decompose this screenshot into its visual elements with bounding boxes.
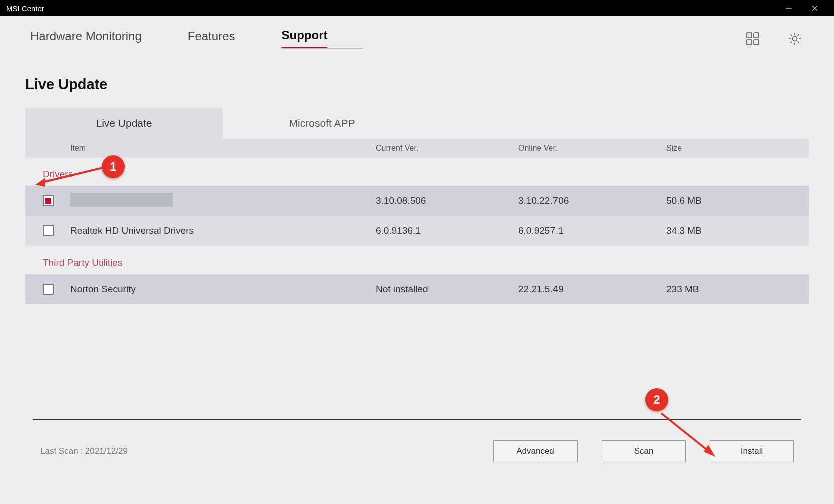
tab-support[interactable]: Support <box>281 28 327 49</box>
row1-current: 6.0.9136.1 <box>376 225 518 236</box>
subtab-microsoft-app[interactable]: Microsoft APP <box>223 108 421 139</box>
col-current: Current Ver. <box>376 144 518 153</box>
content-area: Live Update Microsoft APP Item Current V… <box>0 108 834 462</box>
table-header: Item Current Ver. Online Ver. Size <box>25 139 809 158</box>
col-size: Size <box>666 144 809 153</box>
svg-rect-6 <box>754 40 759 45</box>
svg-rect-5 <box>747 40 752 45</box>
row0-name <box>70 193 376 209</box>
page-title: Live Update <box>0 54 834 108</box>
row1-online: 6.0.9257.1 <box>518 225 666 236</box>
svg-rect-4 <box>754 33 759 38</box>
checkbox-row0[interactable] <box>43 195 54 206</box>
row2-name: Norton Security <box>70 284 376 295</box>
row1-size: 34.3 MB <box>666 225 809 236</box>
svg-point-7 <box>793 36 797 41</box>
top-nav: Hardware Monitoring Features Support <box>0 16 834 54</box>
row1-name: Realtek HD Universal Drivers <box>70 225 376 236</box>
col-item: Item <box>25 144 376 153</box>
row2-online: 22.21.5.49 <box>518 284 666 295</box>
svg-marker-11 <box>704 445 715 457</box>
annotation-arrow-2 <box>656 411 726 466</box>
table-row: 3.10.08.506 3.10.22.706 50.6 MB <box>25 186 809 216</box>
svg-line-10 <box>661 413 711 453</box>
annotation-callout-2: 2 <box>645 388 668 411</box>
row0-current: 3.10.08.506 <box>376 195 518 206</box>
last-scan-label: Last Scan : 2021/12/29 <box>40 446 128 456</box>
window-minimize-button[interactable] <box>776 0 802 16</box>
col-online: Online Ver. <box>518 144 666 153</box>
section-drivers: Drivers <box>25 158 809 186</box>
advanced-button[interactable]: Advanced <box>493 440 578 462</box>
gear-icon[interactable] <box>786 30 804 48</box>
section-third-party: Third Party Utilities <box>25 246 809 274</box>
grid-icon[interactable] <box>744 30 762 48</box>
window-titlebar: MSI Center <box>0 0 834 16</box>
checkbox-row1[interactable] <box>43 225 54 236</box>
tab-hardware-monitoring[interactable]: Hardware Monitoring <box>30 29 142 48</box>
row2-size: 233 MB <box>666 284 809 295</box>
window-close-button[interactable] <box>802 0 828 16</box>
row0-online: 3.10.22.706 <box>518 195 666 206</box>
svg-line-8 <box>40 168 103 183</box>
subtab-live-update[interactable]: Live Update <box>25 108 223 139</box>
table-row: Norton Security Not installed 22.21.5.49… <box>25 274 809 304</box>
row0-size: 50.6 MB <box>666 195 809 206</box>
table-row: Realtek HD Universal Drivers 6.0.9136.1 … <box>25 216 809 246</box>
checkbox-row2[interactable] <box>43 284 54 295</box>
annotation-callout-1: 1 <box>102 155 125 178</box>
window-title: MSI Center <box>6 4 44 13</box>
tab-features[interactable]: Features <box>188 29 235 48</box>
row2-current: Not installed <box>376 284 518 295</box>
svg-marker-9 <box>35 178 45 187</box>
redacted-name <box>70 193 173 207</box>
sub-tabs: Live Update Microsoft APP <box>25 108 809 139</box>
svg-rect-3 <box>747 33 752 38</box>
annotation-arrow-1 <box>30 163 105 188</box>
